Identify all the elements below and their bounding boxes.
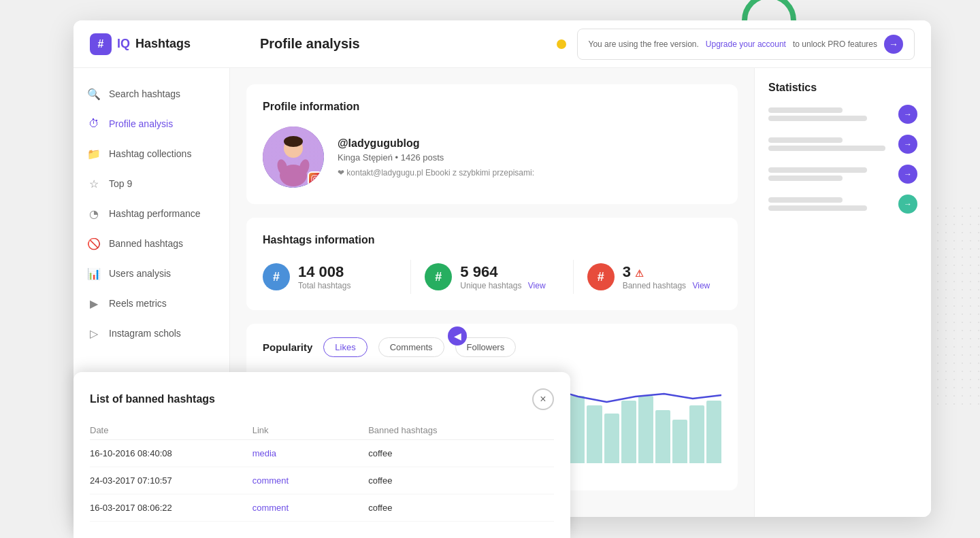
stat-arrow-1[interactable]: →: [898, 105, 917, 124]
profile-name-posts: Kinga Stępień • 1426 posts: [338, 152, 534, 163]
cell-date: 16-10-2016 08:40:08: [90, 440, 252, 467]
banned-hashtag-label: Banned hashtags View: [623, 281, 710, 290]
tab-likes[interactable]: Likes: [323, 337, 367, 357]
sidebar-collapse-button[interactable]: ◀: [448, 326, 467, 346]
stat-item-1: →: [768, 105, 917, 124]
logo-area: # IQ Hashtags: [90, 33, 246, 55]
svg-point-8: [316, 177, 318, 178]
cell-link[interactable]: comment: [252, 494, 369, 522]
stat-bar-top: [768, 107, 843, 113]
svg-point-7: [314, 178, 317, 181]
tab-comments[interactable]: Comments: [378, 337, 444, 357]
total-hashtag-info: 14 008 Total hashtags: [298, 263, 350, 290]
sidebar-item-reels-metrics[interactable]: ▶ Reels metrics: [74, 288, 229, 318]
stat-item-3: →: [768, 165, 917, 184]
stat-bar-bottom: [768, 205, 867, 211]
sidebar-item-instagram-schols[interactable]: ▷ Instagram schols: [74, 318, 229, 348]
popularity-label: Popularity: [263, 341, 312, 353]
svg-point-2: [284, 136, 303, 147]
avatar: [263, 127, 324, 188]
unique-hashtag-info: 5 964 Unique hashtags View: [460, 263, 545, 290]
upgrade-text: You are using the free version.: [589, 39, 699, 49]
upgrade-banner: You are using the free version. Upgrade …: [577, 29, 915, 60]
star-icon: ☆: [87, 177, 101, 190]
chart-bar: [587, 405, 602, 463]
sidebar-item-label: Banned hashtags: [109, 238, 183, 249]
sidebar-item-search-hashtags[interactable]: 🔍 Search hashtags: [74, 79, 229, 109]
sidebar-item-users-analysis[interactable]: 📊 Users analysis: [74, 258, 229, 288]
stat-divider-1: [410, 260, 411, 294]
sidebar-item-hashtag-collections[interactable]: 📁 Hashtag collections: [74, 139, 229, 169]
unique-hashtags-stat: # 5 964 Unique hashtags View: [425, 263, 559, 290]
sidebar-item-top9[interactable]: ☆ Top 9: [74, 169, 229, 199]
sidebar-item-label: Users analysis: [109, 268, 171, 279]
stat-arrow-2[interactable]: →: [898, 135, 917, 154]
chart-bar: [604, 414, 619, 463]
sidebar-item-label: Hashtag performance: [109, 208, 201, 219]
hashtags-info-card: Hashtags information # 14 008 Total hash…: [246, 218, 738, 310]
banned-hashtags-modal: List of banned hashtags × Date Link Bann…: [74, 372, 570, 538]
header: # IQ Hashtags Profile analysis You are u…: [74, 20, 931, 68]
instagram-badge: [308, 171, 323, 186]
cell-banned: coffee: [368, 494, 554, 522]
sidebar-item-label: Instagram schols: [109, 328, 181, 339]
logo-hash-icon: #: [90, 33, 112, 55]
sidebar-item-banned-hashtags[interactable]: 🚫 Banned hashtags: [74, 229, 229, 258]
profile-username: @ladygugublog: [338, 137, 534, 150]
total-hashtag-badge: #: [263, 263, 290, 290]
profile-bio: ❤ kontakt@ladygugu.pl Ebooki z szybkimi …: [338, 168, 534, 178]
sidebar-item-label: Hashtag collections: [109, 148, 191, 159]
stat-bar-top: [768, 167, 867, 173]
stat-bar-top: [768, 197, 843, 203]
modal-close-button[interactable]: ×: [532, 388, 554, 410]
chart-bar: [638, 396, 653, 463]
stat-bars-4: [768, 197, 892, 211]
total-hashtags-stat: # 14 008 Total hashtags: [263, 263, 397, 290]
chart-bar: [706, 401, 721, 463]
stat-bars-2: [768, 137, 892, 151]
yellow-dot-indicator: [557, 39, 566, 49]
clock-icon: ⏱: [87, 117, 101, 131]
unique-hashtag-value: 5 964: [460, 263, 545, 281]
chart-bar: [570, 396, 585, 463]
row-link[interactable]: comment: [252, 475, 289, 486]
stat-bar-bottom: [768, 175, 843, 181]
banned-hashtags-stat: # 3 ⚠ Banned hashtags View: [587, 263, 721, 290]
upgrade-arrow-icon[interactable]: →: [884, 35, 903, 54]
cell-banned: coffee: [368, 467, 554, 494]
row-link[interactable]: comment: [252, 503, 289, 513]
svg-rect-6: [312, 175, 318, 182]
warning-icon: ⚠: [635, 268, 644, 279]
hashtags-section-title: Hashtags information: [263, 234, 721, 246]
modal-title: List of banned hashtags: [90, 393, 215, 405]
sidebar-item-label: Top 9: [109, 178, 132, 189]
banned-hashtag-value: 3 ⚠: [623, 263, 710, 281]
cell-link[interactable]: comment: [252, 467, 369, 494]
unique-hashtag-badge: #: [425, 263, 452, 290]
banned-view-link[interactable]: View: [692, 281, 710, 290]
logo-text: Hashtags: [135, 37, 191, 51]
profile-text: @ladygugublog Kinga Stępień • 1426 posts…: [338, 137, 534, 178]
row-link[interactable]: media: [252, 448, 276, 458]
unique-view-link[interactable]: View: [528, 281, 546, 290]
page-title: Profile analysis: [246, 36, 557, 52]
col-header-banned: Banned hashtags: [368, 421, 554, 440]
popularity-header: Popularity Likes Comments Followers: [263, 337, 721, 357]
cell-link[interactable]: media: [252, 440, 369, 467]
stat-arrow-4[interactable]: →: [898, 195, 917, 214]
profile-section-title: Profile information: [263, 101, 721, 113]
sidebar-item-hashtag-performance[interactable]: ◔ Hashtag performance: [74, 199, 229, 229]
banned-hashtag-info: 3 ⚠ Banned hashtags View: [623, 263, 710, 290]
profile-card: Profile information: [246, 84, 738, 204]
logo-iq: IQ: [117, 37, 130, 51]
stat-arrow-3[interactable]: →: [898, 165, 917, 184]
play-icon: ▷: [87, 326, 101, 340]
modal-header: List of banned hashtags ×: [90, 388, 554, 410]
statistics-title: Statistics: [768, 82, 917, 94]
chart-bar: [672, 420, 687, 463]
sidebar-item-profile-analysis[interactable]: ⏱ Profile analysis: [74, 109, 229, 139]
chart-bar: [689, 405, 704, 463]
avatar-container: [263, 127, 324, 188]
upgrade-link[interactable]: Upgrade your account: [706, 39, 786, 49]
modal-table: Date Link Banned hashtags 16-10-2016 08:…: [90, 421, 554, 522]
